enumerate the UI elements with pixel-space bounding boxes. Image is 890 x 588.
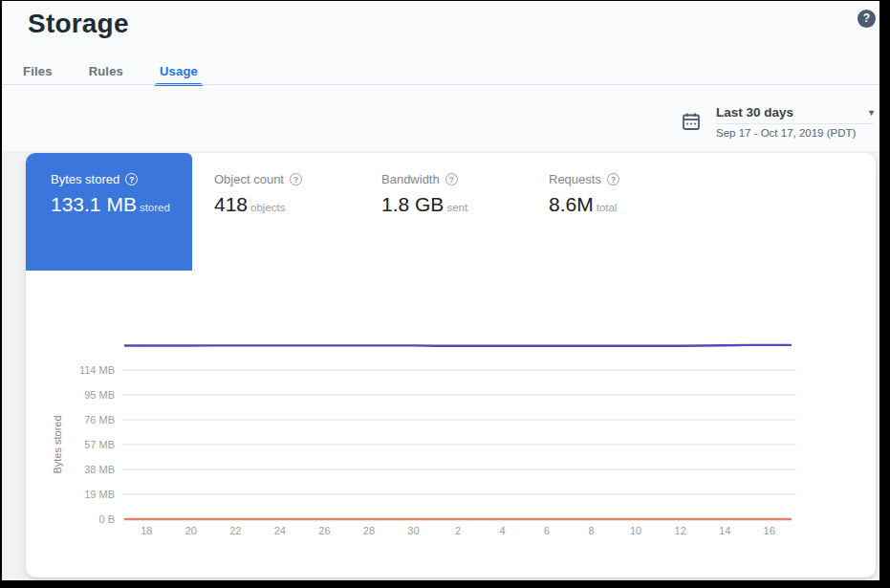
- x-tick-label: 26: [307, 525, 341, 536]
- x-tick-label: 6: [530, 525, 564, 536]
- date-range-selector[interactable]: Last 30 days ▾ Sep 17 - Oct 17, 2019 (PD…: [680, 105, 874, 139]
- x-tick-label: 10: [619, 525, 653, 536]
- calendar-icon: [682, 112, 701, 135]
- metric-value: 133.1 MB: [51, 193, 137, 215]
- y-tick-label: 95 MB: [62, 389, 115, 401]
- metric-label: Requests: [549, 172, 601, 186]
- tab-usage[interactable]: Usage: [158, 59, 200, 86]
- metric-unit: stored: [140, 202, 170, 213]
- tab-files[interactable]: Files: [21, 59, 54, 86]
- help-icon[interactable]: ?: [125, 173, 138, 185]
- usage-card: Bytes stored ? 133.1 MBstored Object cou…: [26, 153, 876, 577]
- metric-card-bytes-stored[interactable]: Bytes stored ? 133.1 MBstored: [26, 153, 192, 271]
- x-tick-label: 22: [218, 525, 252, 536]
- metric-card-requests[interactable]: Requests ? 8.6Mtotal: [549, 172, 619, 216]
- metric-label: Object count: [214, 172, 284, 186]
- page-title: Storage: [28, 9, 129, 39]
- date-texts: Last 30 days ▾ Sep 17 - Oct 17, 2019 (PD…: [716, 105, 874, 139]
- y-axis-title: Bytes stored: [52, 415, 63, 473]
- metric-value: 8.6M: [549, 193, 594, 215]
- help-icon[interactable]: ?: [290, 173, 302, 185]
- metric-label: Bandwidth: [381, 172, 440, 186]
- metric-value: 418: [214, 193, 248, 215]
- x-tick-label: 12: [663, 525, 698, 536]
- y-tick-label: 76 MB: [62, 414, 115, 425]
- caret-down-icon[interactable]: ▾: [869, 107, 874, 118]
- x-tick-label: 16: [752, 525, 787, 536]
- date-range-value: Sep 17 - Oct 17, 2019 (PDT): [716, 127, 874, 139]
- x-tick-label: 14: [707, 525, 742, 536]
- metric-card-object-count[interactable]: Object count ? 418objects: [214, 172, 302, 216]
- x-tick-label: 4: [486, 525, 520, 536]
- tab-bar: Files Rules Usage: [21, 59, 200, 86]
- x-tick-label: 30: [396, 525, 430, 536]
- tab-rules[interactable]: Rules: [87, 59, 125, 86]
- metric-value: 1.8 GB: [381, 193, 444, 215]
- x-tick-label: 8: [575, 525, 609, 536]
- tab-divider: [2, 84, 879, 85]
- screenshot-frame: Storage ? Files Rules Usage: [0, 0, 890, 588]
- y-tick-label: 114 MB: [62, 364, 115, 376]
- y-tick-label: 19 MB: [62, 489, 115, 500]
- x-tick-label: 24: [263, 525, 297, 536]
- help-icon[interactable]: ?: [857, 10, 876, 28]
- x-tick-label: 28: [352, 525, 386, 536]
- y-tick-label: 57 MB: [62, 439, 115, 450]
- x-tick-label: 20: [174, 525, 208, 536]
- y-tick-label: 0 B: [62, 513, 115, 525]
- help-icon[interactable]: ?: [445, 173, 458, 185]
- date-range-label: Last 30 days: [716, 105, 793, 120]
- metric-card-bandwidth[interactable]: Bandwidth ? 1.8 GBsent: [381, 172, 467, 216]
- y-tick-label: 38 MB: [62, 464, 115, 475]
- page: Storage ? Files Rules Usage: [2, 1, 879, 580]
- metric-unit: objects: [250, 202, 285, 213]
- help-icon[interactable]: ?: [607, 173, 619, 185]
- metric-unit: total: [597, 202, 618, 213]
- x-tick-label: 18: [129, 525, 163, 536]
- metric-unit: sent: [446, 202, 467, 213]
- x-tick-label: 2: [441, 525, 475, 536]
- metric-label: Bytes stored: [51, 172, 119, 186]
